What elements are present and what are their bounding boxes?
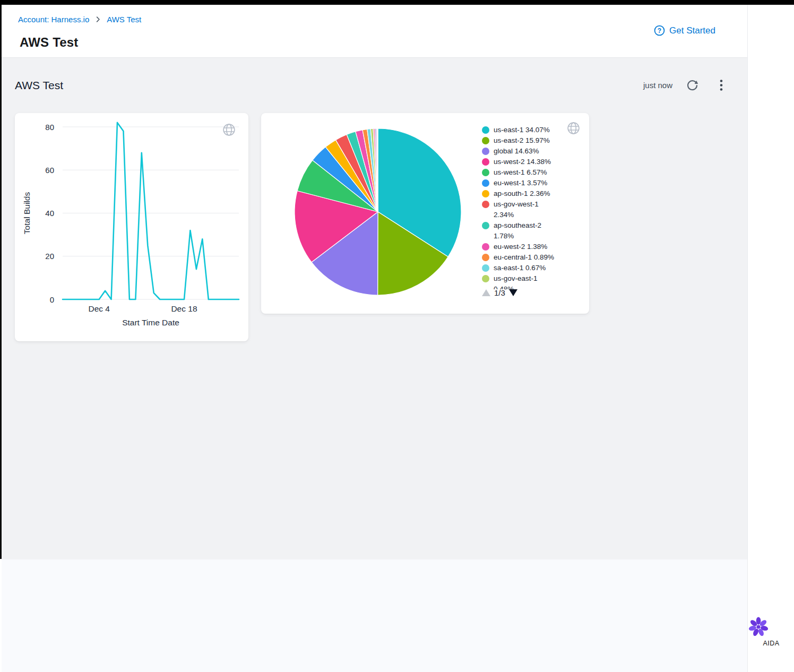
legend-page-down-icon[interactable] [509, 289, 517, 296]
legend-item-label: global 14.63% [494, 146, 539, 157]
pie-legend: us-east-1 34.07%us-east-2 15.97%global 1… [482, 125, 575, 289]
legend-swatch-icon [482, 190, 489, 197]
legend-item-label: ap-southeast-21.78% [494, 220, 541, 242]
breadcrumb-account-link[interactable]: Account: Harness.io [18, 15, 89, 24]
legend-item-label: us-east-1 34.07% [494, 125, 550, 135]
page-header: Account: Harness.io AWS Test AWS Test ? … [2, 5, 747, 58]
legend-swatch-icon [482, 126, 489, 134]
legend-swatch-icon [482, 201, 489, 208]
legend-item[interactable]: us-west-2 14.38% [482, 157, 575, 167]
legend-item-label: us-west-2 14.38% [494, 157, 551, 167]
regions-pie-card: us-east-1 34.07%us-east-2 15.97%global 1… [261, 113, 589, 314]
builds-line-series [63, 123, 239, 299]
legend-item-label: us-gov-west-12.34% [494, 199, 539, 220]
legend-item[interactable]: us-east-1 34.07% [482, 125, 575, 135]
total-builds-line-chart: 020406080Dec 4Dec 18Start Time DateTotal… [15, 113, 248, 341]
svg-text:40: 40 [45, 209, 54, 218]
legend-swatch-icon [482, 222, 489, 229]
legend-item[interactable]: global 14.63% [482, 146, 575, 157]
dashboard-canvas: AWS Test just now [2, 58, 747, 559]
legend-item[interactable]: eu-west-2 1.38% [482, 242, 575, 252]
legend-item-label: sa-east-1 0.67% [494, 263, 546, 273]
globe-icon [566, 121, 581, 135]
page-title: AWS Test [20, 35, 79, 50]
tile-globe-button[interactable] [222, 123, 236, 137]
legend-page-up-icon[interactable] [482, 289, 490, 296]
legend-item-label: eu-central-1 0.89% [494, 252, 554, 263]
refresh-button[interactable] [686, 79, 698, 91]
legend-item-label: ap-south-1 2.36% [494, 188, 550, 199]
svg-text:?: ? [658, 27, 661, 35]
chevron-right-icon [94, 15, 102, 23]
svg-text:80: 80 [45, 123, 54, 132]
breadcrumb-current-link[interactable]: AWS Test [107, 15, 141, 24]
legend-swatch-icon [482, 169, 489, 176]
tile-globe-button[interactable] [566, 121, 581, 135]
legend-item-label: us-east-2 15.97% [494, 135, 550, 146]
legend-swatch-icon [482, 264, 489, 272]
legend-item-label: eu-west-1 3.57% [494, 178, 547, 188]
legend-pagination: 1/3 [482, 288, 517, 297]
main-content: Account: Harness.io AWS Test AWS Test ? … [2, 5, 747, 672]
legend-item-label: eu-west-2 1.38% [494, 242, 547, 252]
legend-swatch-icon [482, 243, 489, 251]
legend-item[interactable]: ap-south-1 2.36% [482, 188, 575, 199]
y-axis-title: Total Builds [22, 192, 31, 235]
get-started-label: Get Started [669, 25, 715, 36]
legend-item-label: us-gov-east-10.48% [494, 273, 538, 289]
legend-swatch-icon [482, 254, 489, 261]
legend-item[interactable]: eu-west-1 3.57% [482, 178, 575, 188]
page-lower-area [2, 559, 747, 672]
aida-assistant-button[interactable]: AIDA [748, 616, 794, 647]
total-builds-card: 020406080Dec 4Dec 18Start Time DateTotal… [15, 113, 248, 341]
kebab-menu-icon [720, 79, 723, 91]
legend-item[interactable]: eu-central-1 0.89% [482, 252, 575, 263]
legend-swatch-icon [482, 148, 489, 155]
dashboard-controls: just now [643, 79, 723, 91]
x-axis-title: Start Time Date [122, 318, 179, 327]
aida-label: AIDA [748, 640, 794, 647]
collapsed-sidebar-edge [0, 5, 2, 559]
dashboard-section-title: AWS Test [15, 79, 63, 92]
svg-text:Dec 18: Dec 18 [171, 304, 197, 313]
globe-icon [222, 123, 236, 137]
svg-text:Dec 4: Dec 4 [88, 304, 110, 313]
legend-item[interactable]: us-west-1 6.57% [482, 167, 575, 178]
legend-item[interactable]: us-gov-west-12.34% [482, 199, 575, 220]
legend-item[interactable]: us-east-2 15.97% [482, 135, 575, 146]
legend-item[interactable]: sa-east-1 0.67% [482, 263, 575, 273]
dashboard-menu-button[interactable] [720, 79, 723, 91]
svg-text:0: 0 [50, 295, 54, 304]
legend-item[interactable]: us-gov-east-10.48% [482, 273, 575, 289]
help-question-icon: ? [654, 25, 665, 36]
legend-swatch-icon [482, 275, 489, 282]
aida-flower-icon [748, 616, 794, 637]
right-rail: AIDA [747, 5, 794, 672]
legend-page-indicator: 1/3 [494, 288, 505, 297]
legend-swatch-icon [482, 158, 489, 166]
top-nav-bar [0, 0, 794, 5]
refresh-icon [686, 79, 698, 91]
svg-text:20: 20 [45, 252, 54, 261]
legend-swatch-icon [482, 137, 489, 144]
get-started-link[interactable]: ? Get Started [654, 25, 715, 36]
legend-swatch-icon [482, 179, 489, 187]
legend-item[interactable]: ap-southeast-21.78% [482, 220, 575, 242]
svg-text:60: 60 [45, 166, 54, 175]
breadcrumb: Account: Harness.io AWS Test [18, 15, 141, 24]
legend-item-label: us-west-1 6.57% [494, 167, 547, 178]
last-refreshed-label: just now [643, 81, 672, 90]
